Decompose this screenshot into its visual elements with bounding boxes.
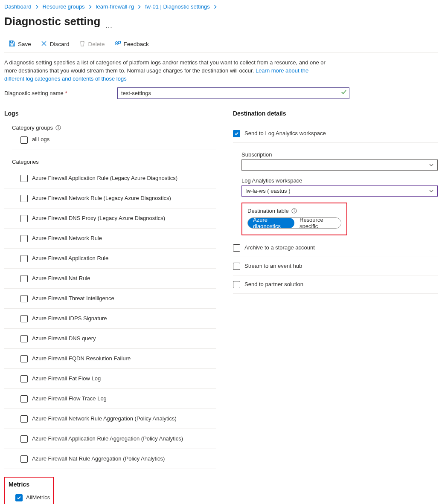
category-row: Azure Firewall Flow Trace Log (4, 389, 216, 409)
category-row: Azure Firewall Nat Rule (4, 269, 216, 289)
setting-name-label: Diagnostic setting name * (4, 90, 109, 96)
destination-column: Destination details Send to Log Analytic… (233, 110, 438, 294)
category-checkbox[interactable] (20, 255, 28, 262)
svg-point-2 (115, 42, 117, 44)
category-label: Azure Firewall Application Rule (Legacy … (32, 174, 177, 182)
category-checkbox[interactable] (20, 195, 28, 202)
breadcrumb-dashboard[interactable]: Dashboard (4, 3, 32, 10)
discard-label: Discard (50, 41, 70, 47)
category-label: Azure Firewall Nat Rule (32, 275, 90, 282)
feedback-button[interactable]: Feedback (114, 40, 149, 48)
archive-checkbox[interactable] (233, 244, 240, 252)
logs-column: Logs Category groups allLogs Categories … (4, 110, 216, 504)
category-checkbox[interactable] (20, 175, 28, 182)
allmetrics-checkbox[interactable] (15, 494, 23, 501)
subscription-label: Subscription (241, 151, 438, 158)
partner-label: Send to partner solution (244, 281, 303, 287)
command-bar: Save Discard Delete Feedback (4, 40, 438, 52)
required-marker: * (65, 90, 67, 96)
alllogs-label: allLogs (32, 136, 49, 142)
send-la-label: Send to Log Analytics workspace (244, 130, 326, 136)
pill-azure-diagnostics[interactable]: Azure diagnostics (248, 218, 294, 228)
setting-name-input[interactable] (117, 87, 349, 99)
category-label: Azure Firewall Nat Rule Aggregation (Pol… (32, 455, 165, 463)
more-actions-button[interactable]: ··· (105, 23, 112, 31)
eventhub-checkbox[interactable] (233, 263, 240, 270)
save-button[interactable]: Save (9, 40, 31, 48)
category-label: Azure Firewall Threat Intelligence (32, 295, 114, 302)
metrics-heading: Metrics (9, 481, 49, 488)
save-icon (9, 40, 15, 48)
partner-checkbox[interactable] (233, 281, 240, 288)
categories-list: Azure Firewall Application Rule (Legacy … (4, 168, 216, 469)
info-icon[interactable] (55, 125, 61, 130)
allmetrics-label: AllMetrics (26, 494, 50, 501)
category-label: Azure Firewall Network Rule Aggregation … (32, 415, 177, 423)
category-label: Azure Firewall FQDN Resolution Failure (32, 355, 131, 362)
divider (12, 150, 216, 150)
category-checkbox[interactable] (20, 395, 28, 403)
description-text: A diagnostic setting specifies a list of… (4, 59, 329, 83)
category-label: Azure Firewall Network Rule (Legacy Azur… (32, 194, 171, 202)
category-row: Azure Firewall FQDN Resolution Failure (4, 349, 216, 369)
category-checkbox[interactable] (20, 315, 28, 322)
destination-table-text: Destination table (247, 208, 289, 214)
trash-icon (79, 40, 86, 48)
category-checkbox[interactable] (20, 435, 28, 443)
chevron-right-icon (88, 5, 93, 9)
category-checkbox[interactable] (20, 455, 28, 463)
breadcrumb-learn-firewall-rg[interactable]: learn-firewall-rg (96, 3, 134, 10)
category-checkbox[interactable] (20, 275, 28, 282)
chevron-down-icon (429, 162, 434, 168)
category-row: Azure Firewall DNS query (4, 329, 216, 349)
category-label: Azure Firewall IDPS Signature (32, 315, 107, 322)
svg-rect-8 (294, 210, 294, 212)
close-icon (41, 40, 47, 48)
divider (4, 52, 438, 53)
page-title: Diagnostic setting (4, 15, 100, 28)
setting-name-label-text: Diagnostic setting name (4, 90, 64, 96)
category-label: Azure Firewall Application Rule Aggregat… (32, 435, 183, 443)
breadcrumb-resource-groups[interactable]: Resource groups (43, 3, 85, 10)
workspace-label: Log Analytics workspace (241, 177, 438, 184)
svg-point-4 (58, 126, 59, 127)
category-checkbox[interactable] (20, 415, 28, 423)
chevron-right-icon (35, 5, 39, 9)
category-checkbox[interactable] (20, 215, 28, 222)
destination-table-highlight-box: Destination table Azure diagnostics Reso… (241, 203, 347, 235)
subscription-select[interactable] (241, 159, 438, 171)
category-row: Azure Firewall Fat Flow Log (4, 369, 216, 389)
svg-rect-1 (10, 44, 14, 46)
alllogs-checkbox[interactable] (20, 136, 28, 144)
category-row: Azure Firewall DNS Proxy (Legacy Azure D… (4, 209, 216, 229)
category-row: Azure Firewall Network Rule (Legacy Azur… (4, 188, 216, 209)
delete-button: Delete (79, 40, 105, 48)
send-la-checkbox[interactable] (233, 130, 240, 137)
category-label: Azure Firewall Fat Flow Log (32, 375, 101, 382)
category-label: Azure Firewall Network Rule (32, 235, 102, 242)
category-row: Azure Firewall Network Rule (4, 229, 216, 249)
breadcrumb-fw01-diagnostic[interactable]: fw-01 | Diagnostic settings (145, 3, 210, 10)
info-icon[interactable] (291, 208, 297, 214)
metrics-highlight-box: Metrics AllMetrics (4, 477, 54, 504)
svg-rect-5 (58, 127, 58, 129)
category-row: Azure Firewall Network Rule Aggregation … (4, 409, 216, 429)
category-checkbox[interactable] (20, 375, 28, 382)
category-checkbox[interactable] (20, 295, 28, 302)
discard-button[interactable]: Discard (41, 40, 70, 48)
logs-heading: Logs (4, 110, 216, 117)
category-checkbox[interactable] (20, 335, 28, 342)
category-label: Azure Firewall Application Rule (32, 255, 108, 262)
categories-label: Categories (12, 159, 216, 165)
category-checkbox[interactable] (20, 355, 28, 362)
save-label: Save (18, 41, 31, 47)
workspace-select[interactable]: fw-la-ws ( eastus ) (241, 185, 438, 197)
category-row: Azure Firewall Application Rule (Legacy … (4, 168, 216, 188)
feedback-label: Feedback (124, 41, 149, 47)
svg-point-7 (294, 209, 295, 210)
pill-resource-specific[interactable]: Resource specific (294, 218, 341, 228)
category-row: Azure Firewall Nat Rule Aggregation (Pol… (4, 449, 216, 469)
category-row: Azure Firewall Threat Intelligence (4, 289, 216, 309)
category-row: Azure Firewall IDPS Signature (4, 309, 216, 329)
category-checkbox[interactable] (20, 235, 28, 242)
